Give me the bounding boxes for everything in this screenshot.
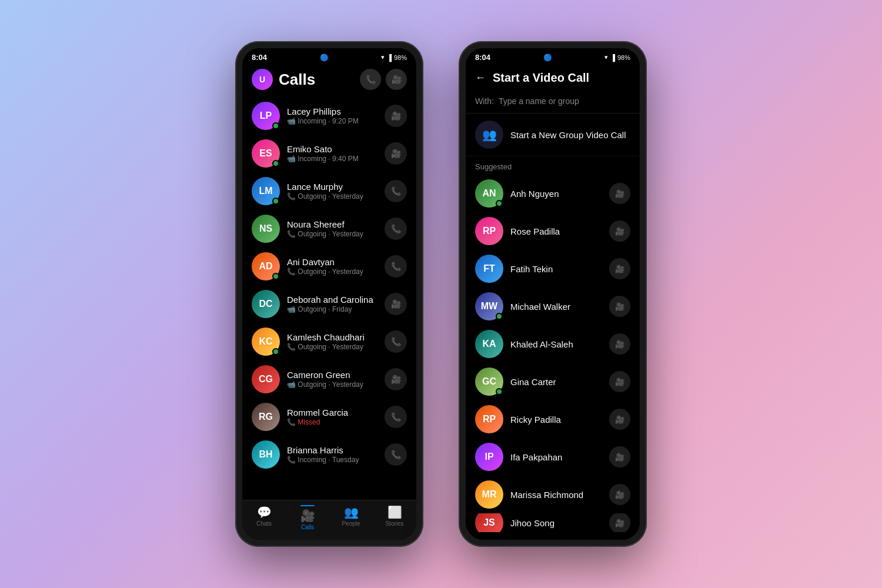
video-call-michael[interactable]: 🎥: [609, 296, 630, 317]
nav-calls-label: Calls: [301, 524, 314, 530]
new-call-button[interactable]: 📞: [360, 69, 381, 90]
status-bar-1: 8:04 🔵 ▾ ▐ 98%: [242, 48, 416, 64]
call-item-lacey[interactable]: LP Lacey Phillips 📹 Incoming · 9:20 PM 🎥: [242, 97, 416, 135]
call-name-noura: Noura Shereef: [287, 219, 377, 229]
video-call-ifa[interactable]: 🎥: [609, 446, 630, 467]
call-meta-brianna: 📞 Incoming · Tuesday: [287, 456, 377, 464]
online-dot-michael: [496, 313, 503, 320]
contact-info-ifa: Ifa Pakpahan: [510, 452, 602, 462]
contact-item-ricky[interactable]: RP Ricky Padilla 🎥: [466, 400, 640, 438]
user-avatar[interactable]: U: [252, 69, 273, 90]
call-item-lance[interactable]: LM Lance Murphy 📞 Outgoing · Yesterday 📞: [242, 172, 416, 210]
call-info-emiko: Emiko Sato 📹 Incoming · 9:40 PM: [287, 144, 377, 163]
avatar-anh: AN: [475, 179, 503, 208]
video-call-fatih[interactable]: 🎥: [609, 258, 630, 279]
avatar-kamlesh: KC: [252, 328, 280, 356]
search-input[interactable]: Type a name or group: [499, 96, 630, 106]
contact-info-fatih: Fatih Tekin: [510, 264, 602, 274]
nav-calls[interactable]: 🎥 Calls: [286, 505, 329, 530]
calls-icon: 🎥: [300, 509, 315, 523]
contact-name-ifa: Ifa Pakpahan: [510, 452, 602, 462]
contact-info-anh: Anh Nguyen: [510, 189, 602, 199]
contact-info-khaled: Khaled Al-Saleh: [510, 339, 602, 349]
call-item-rommel[interactable]: RG Rommel Garcia 📞 Missed 📞: [242, 398, 416, 436]
avatar-ricky: RP: [475, 405, 503, 433]
video-call-khaled[interactable]: 🎥: [609, 333, 630, 355]
call-action-emiko[interactable]: 🎥: [385, 142, 407, 165]
messenger-icon: 🔵: [320, 54, 329, 62]
status-time-2: 8:04: [475, 53, 490, 62]
contact-item-marissa[interactable]: MR Marissa Richmond 🎥: [466, 476, 640, 513]
call-action-ani[interactable]: 📞: [385, 255, 407, 278]
phone-1: 8:04 🔵 ▾ ▐ 98% U Calls 📞 🎥: [235, 41, 423, 547]
call-item-brianna[interactable]: BH Brianna Harris 📞 Incoming · Tuesday 📞: [242, 436, 416, 473]
call-meta-emiko: 📹 Incoming · 9:40 PM: [287, 155, 377, 163]
call-action-rommel[interactable]: 📞: [385, 406, 407, 428]
video-call-title: Start a Video Call: [493, 71, 589, 85]
call-action-lacey[interactable]: 🎥: [385, 105, 407, 127]
new-video-call-button[interactable]: 🎥: [386, 69, 407, 90]
call-item-noura[interactable]: NS Noura Shereef 📞 Outgoing · Yesterday …: [242, 210, 416, 248]
wifi-icon-2: ▾: [604, 54, 608, 61]
call-name-cameron: Cameron Green: [287, 370, 377, 380]
nav-stories[interactable]: ⬜ Stories: [373, 505, 416, 530]
call-action-cameron[interactable]: 🎥: [385, 368, 407, 390]
video-call-jihoo[interactable]: 🎥: [609, 513, 630, 532]
nav-people[interactable]: 👥 People: [329, 505, 373, 530]
video-call-marissa[interactable]: 🎥: [609, 484, 630, 505]
contact-item-fatih[interactable]: FT Fatih Tekin 🎥: [466, 250, 640, 288]
call-action-brianna[interactable]: 📞: [385, 443, 407, 466]
call-name-lance: Lance Murphy: [287, 182, 377, 192]
status-time-1: 8:04: [252, 53, 267, 62]
contact-item-khaled[interactable]: KA Khaled Al-Saleh 🎥: [466, 325, 640, 363]
call-meta-lacey: 📹 Incoming · 9:20 PM: [287, 117, 377, 125]
video-icon: 🎥: [392, 75, 402, 84]
avatar-emiko: ES: [252, 139, 280, 168]
call-name-kamlesh: Kamlesh Chaudhari: [287, 332, 377, 342]
messenger-icon-2: 🔵: [543, 54, 552, 62]
nav-chats[interactable]: 💬 Chats: [242, 505, 286, 530]
call-action-deborah[interactable]: 🎥: [385, 293, 407, 315]
contact-item-ifa[interactable]: IP Ifa Pakpahan 🎥: [466, 438, 640, 476]
call-info-deborah: Deborah and Carolina 📹 Outgoing · Friday: [287, 295, 377, 313]
call-info-kamlesh: Kamlesh Chaudhari 📞 Outgoing · Yesterday: [287, 332, 377, 351]
call-meta-deborah: 📹 Outgoing · Friday: [287, 305, 377, 313]
contact-name-michael: Michael Walker: [510, 302, 602, 312]
video-call-gina[interactable]: 🎥: [609, 371, 630, 392]
call-item-ani[interactable]: AD Ani Davtyan 📞 Outgoing · Yesterday 📞: [242, 248, 416, 285]
contact-item-rose[interactable]: RP Rose Padilla 🎥: [466, 212, 640, 250]
bottom-nav-1: 💬 Chats 🎥 Calls 👥 People ⬜ Stories: [242, 500, 416, 540]
contact-info-marissa: Marissa Richmond: [510, 490, 602, 500]
calls-header-left: U Calls: [252, 69, 315, 90]
contact-info-michael: Michael Walker: [510, 302, 602, 312]
call-info-brianna: Brianna Harris 📞 Incoming · Tuesday: [287, 445, 377, 464]
search-bar: With: Type a name or group: [466, 92, 640, 113]
video-call-ricky[interactable]: 🎥: [609, 409, 630, 430]
contact-item-gina[interactable]: GC Gina Carter 🎥: [466, 363, 640, 400]
group-call-item[interactable]: 👥 Start a New Group Video Call: [466, 113, 640, 156]
avatar-noura: NS: [252, 215, 280, 243]
call-item-deborah[interactable]: DC Deborah and Carolina 📹 Outgoing · Fri…: [242, 285, 416, 323]
call-item-cameron[interactable]: CG Cameron Green 📹 Outgoing · Yesterday …: [242, 360, 416, 398]
status-icons-2: ▾ ▐ 98%: [604, 54, 630, 61]
online-dot-ani: [272, 273, 279, 280]
online-dot-anh: [496, 200, 503, 207]
contact-item-anh[interactable]: AN Anh Nguyen 🎥: [466, 175, 640, 212]
active-indicator: [300, 505, 315, 506]
call-action-noura[interactable]: 📞: [385, 218, 407, 240]
call-info-lacey: Lacey Phillips 📹 Incoming · 9:20 PM: [287, 106, 377, 125]
video-call-anh[interactable]: 🎥: [609, 183, 630, 204]
call-action-kamlesh[interactable]: 📞: [385, 330, 407, 353]
contact-name-ricky: Ricky Padilla: [510, 415, 602, 425]
back-button[interactable]: ←: [475, 72, 486, 84]
video-call-rose[interactable]: 🎥: [609, 220, 630, 242]
call-item-emiko[interactable]: ES Emiko Sato 📹 Incoming · 9:40 PM 🎥: [242, 135, 416, 172]
call-action-lance[interactable]: 📞: [385, 180, 407, 202]
status-icons-1: ▾ ▐ 98%: [381, 54, 407, 61]
contact-item-jihoo[interactable]: JS Jihoo Song 🎥: [466, 513, 640, 532]
avatar-rose: RP: [475, 217, 503, 245]
call-item-kamlesh[interactable]: KC Kamlesh Chaudhari 📞 Outgoing · Yester…: [242, 323, 416, 360]
call-info-lance: Lance Murphy 📞 Outgoing · Yesterday: [287, 182, 377, 201]
contact-item-michael[interactable]: MW Michael Walker 🎥: [466, 288, 640, 325]
phone-icon: 📞: [366, 75, 376, 84]
